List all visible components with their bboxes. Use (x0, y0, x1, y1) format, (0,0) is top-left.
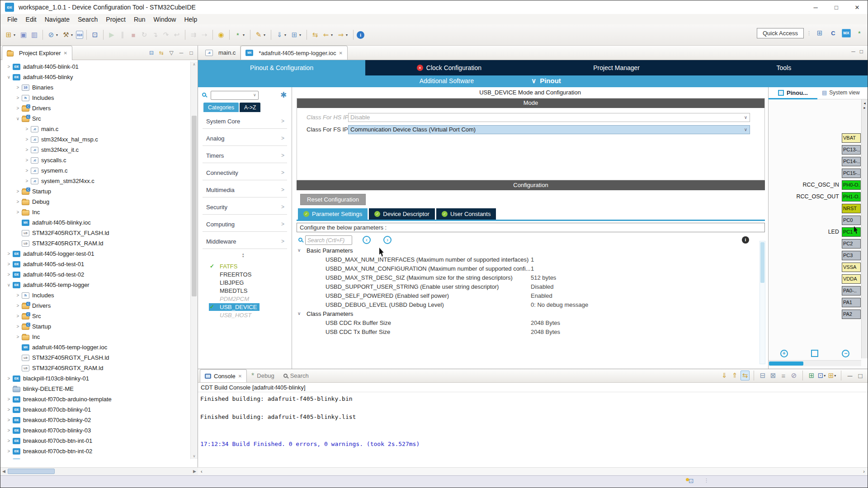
tree-item[interactable]: > IDE breakout-f070cb-btn-int-02 (0, 446, 190, 456)
tree-item[interactable]: LD STM32F405RGTX_FLASH.ld (0, 352, 190, 363)
pin[interactable]: PC0 (842, 216, 861, 225)
sidebar-search-input[interactable] (211, 91, 259, 100)
expander-icon[interactable]: > (14, 303, 22, 308)
tree-item[interactable]: > IDE breakout-f070cb-blinky-03 (0, 425, 190, 436)
editor-tab[interactable]: .cmain.c (201, 46, 241, 60)
console-tab-search[interactable]: Search (279, 369, 313, 382)
tree-item[interactable]: > IDE adafruit-f405-sd-test-01 (0, 259, 190, 269)
load-icon[interactable]: ⇓▾ (274, 29, 288, 40)
close-icon[interactable]: ✕ (63, 51, 67, 56)
menu-run[interactable]: Run (130, 15, 150, 23)
pin[interactable]: PA2 (842, 310, 861, 319)
parameter-row[interactable]: USBD_MAX_NUM_INTERFACES (Maximum number … (294, 255, 759, 264)
tree-item[interactable]: > IDE breakout-f070cb-arduino-template (0, 394, 190, 404)
pin[interactable]: PC1 (842, 227, 861, 237)
expander-icon[interactable]: > (5, 251, 13, 256)
tree-item[interactable]: > Drivers (0, 300, 190, 311)
additional-software-button[interactable]: Additional Software (410, 77, 483, 84)
tree-item[interactable]: LD STM32F405RGTX_RAM.ld (0, 238, 190, 249)
middleware-item[interactable]: LIBJPEG (198, 279, 292, 287)
open-perspective-icon[interactable]: ⊞ (815, 28, 825, 38)
collapse-all-icon[interactable]: ⊟ (147, 48, 156, 57)
dropdown-arrow-icon[interactable]: ▾ (264, 33, 268, 37)
category-item[interactable]: System Core > (198, 113, 292, 131)
dropdown-arrow-icon[interactable]: ▾ (243, 33, 247, 37)
category-item[interactable]: Multimedia > (198, 182, 292, 199)
tree-item[interactable]: > IDE blackpill-f103c8-blinky-01 (0, 373, 190, 384)
console-tab-console[interactable]: Console✕ (200, 369, 247, 382)
tree-item[interactable]: > .c main.c (0, 124, 190, 134)
dropdown-arrow-icon[interactable]: ▾ (284, 33, 288, 37)
chevron-down-icon[interactable]: ∨ (297, 311, 301, 316)
menu-window[interactable]: Window (150, 15, 180, 23)
close-window-button[interactable]: ✕ (847, 0, 868, 14)
expander-icon[interactable]: > (23, 178, 31, 183)
tree-item[interactable]: > Drivers (0, 103, 190, 113)
middleware-item[interactable]: MBEDTLS (198, 287, 292, 295)
pin[interactable]: VBAT (842, 133, 861, 143)
collapse-right-icon[interactable]: ▸ (862, 106, 868, 110)
pin[interactable]: VDDA (842, 274, 861, 284)
relaunch-icon[interactable]: ↻ (139, 29, 149, 40)
zoom-fit-button[interactable] (811, 350, 818, 357)
expander-icon[interactable]: > (14, 210, 22, 215)
category-item[interactable]: Computing > (198, 216, 292, 234)
scroll-right-icon[interactable]: ▶ (193, 469, 196, 474)
open-console-monitor-icon[interactable]: ⊞ (807, 371, 816, 380)
pinout-menu-button[interactable]: ∨ Pinout (521, 77, 571, 85)
maximize-window-button[interactable]: □ (826, 0, 847, 14)
quick-access-button[interactable]: Quick Access (757, 28, 804, 38)
forward-icon[interactable]: ⇒▾ (336, 29, 350, 40)
expander-icon[interactable]: > (5, 376, 13, 381)
save-icon[interactable]: ▣ (19, 29, 28, 40)
parameters-scrollbar[interactable] (760, 241, 765, 364)
tree-item[interactable]: > IDE breakout-f070cb-btn-int-03 (0, 456, 190, 459)
scroll-right-icon[interactable]: › (863, 469, 865, 474)
pin-console-icon[interactable]: ⇆ (741, 371, 750, 380)
category-item[interactable]: Security > (198, 199, 292, 216)
pin[interactable]: PC15-.. (842, 169, 861, 178)
parameter-row[interactable]: USB CDC Rx Buffer Size2048 Bytes (294, 319, 759, 328)
pin[interactable]: VSSA (842, 263, 861, 272)
expander-icon[interactable]: > (5, 428, 13, 433)
scroll-to-top-icon[interactable]: ⇑ (730, 371, 739, 380)
maximize-panel-icon[interactable]: □ (856, 371, 865, 380)
tree-item[interactable]: blinky-DELETE-ME (0, 384, 190, 394)
clear-console-icon[interactable]: ⊘ (789, 371, 798, 380)
ioc-tab-project-manager[interactable]: Project Manager (533, 60, 700, 75)
close-icon[interactable]: ✕ (238, 374, 242, 379)
expander-icon[interactable]: > (5, 64, 13, 69)
tab-system-view[interactable]: ▤ System view (822, 89, 860, 96)
expander-icon[interactable]: > (14, 199, 22, 204)
console-tab-debug[interactable]: *Debug (247, 369, 279, 382)
run-external-tools-icon[interactable]: ✎▾ (254, 29, 268, 40)
pin[interactable]: PH0-O.. (842, 180, 861, 190)
tree-item[interactable]: > IDE breakout-f070cb-blinky-02 (0, 415, 190, 425)
category-item[interactable]: Timers > (198, 148, 292, 165)
word-wrap-icon[interactable]: ≡ (779, 371, 788, 380)
tab-pinout-view[interactable]: Pinou... (769, 87, 817, 99)
new-wizard-icon[interactable]: ⊞▾ (4, 29, 18, 40)
list-spinner-icon[interactable]: ▴▾ (242, 253, 244, 258)
dropdown-arrow-icon[interactable]: ▾ (346, 33, 350, 37)
class-select[interactable]: Communication Device Class (Virtual Port… (348, 125, 750, 134)
tree-item[interactable]: LD STM32F405RGTX_RAM.ld (0, 363, 190, 373)
expander-icon[interactable]: > (14, 324, 22, 329)
console-output[interactable]: Finished building: adafruit-f405-blinky.… (200, 393, 865, 467)
tree-item[interactable]: ∨ Src (0, 113, 190, 124)
info-icon[interactable]: i (357, 31, 364, 39)
scroll-left-icon[interactable]: ◀ (2, 469, 5, 474)
expander-icon[interactable]: > (5, 272, 13, 277)
background-task-icon[interactable]: ⊡ (689, 477, 694, 484)
tab-categories[interactable]: Categories (203, 103, 239, 112)
build-icon[interactable]: ⚒▾ (61, 29, 75, 40)
cubemx-perspective-icon[interactable]: MX (842, 29, 851, 38)
parameter-section[interactable]: ∨Class Parameters (294, 310, 759, 319)
menu-help[interactable]: Help (180, 15, 201, 23)
middleware-item[interactable]: FREERTOS (198, 271, 292, 279)
back-icon[interactable]: ⇐▾ (321, 29, 335, 40)
expander-icon[interactable]: > (14, 189, 22, 194)
parameter-row[interactable]: USBD_SUPPORT_USER_STRING (Enable user st… (294, 282, 759, 291)
tree-item[interactable]: > Inc (0, 332, 190, 342)
expander-icon[interactable]: > (23, 168, 31, 173)
